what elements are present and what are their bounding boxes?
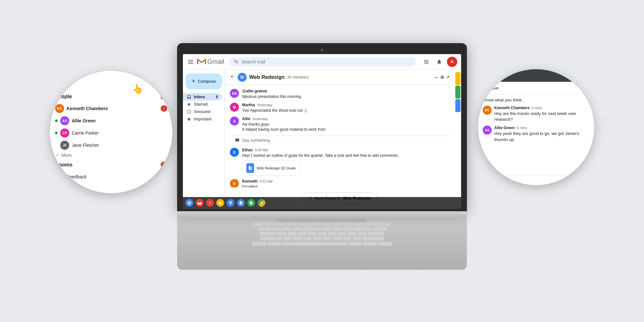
taskbar-docs[interactable] bbox=[237, 199, 245, 207]
message-text: ExcellentI'll review when I get a chance… bbox=[242, 184, 450, 187]
message-sender-name: Allie Green bbox=[494, 126, 515, 130]
inbox-label: Inbox bbox=[194, 94, 205, 99]
zoom-message-item: KC Kenneth Chambers 5 mins Hey are the m… bbox=[483, 106, 590, 122]
expand-button[interactable]: ⊞ bbox=[440, 75, 444, 80]
gmail-app: Gmail bbox=[183, 54, 461, 209]
table-row: AG @allie greene fabulous presentation t… bbox=[230, 89, 450, 99]
message-timestamp: 5 mins bbox=[532, 106, 542, 110]
avatar: CP bbox=[60, 128, 69, 137]
zoom-circle-left: 👆 + People 1 KC Kenneth Chambers 1 AG Al… bbox=[50, 71, 172, 193]
list-item[interactable]: JF Jane Fletcher bbox=[55, 139, 167, 151]
avatar: KC bbox=[483, 106, 492, 115]
rooms-section-header: Rooms 3 bbox=[55, 162, 167, 168]
attachment-name: Web Redesign Q2 Goals bbox=[257, 166, 296, 170]
apps-button[interactable] bbox=[421, 56, 431, 67]
gmail-logo: Gmail bbox=[197, 58, 224, 65]
notification-button[interactable] bbox=[434, 56, 444, 67]
avatar: M bbox=[230, 103, 239, 112]
taskbar-sheets[interactable] bbox=[247, 199, 255, 207]
message-timestamp: 5 mins bbox=[516, 126, 527, 130]
online-indicator bbox=[55, 132, 58, 134]
message-time: Yesterday bbox=[252, 117, 268, 121]
laptop-screen: Gmail bbox=[183, 54, 461, 209]
more-button[interactable]: More bbox=[55, 151, 167, 159]
attachment-icon bbox=[246, 163, 254, 173]
sidebar-item-important[interactable]: Important bbox=[183, 115, 222, 123]
message-text: Hey! I started an outline of goals for t… bbox=[242, 153, 450, 158]
svg-point-10 bbox=[188, 202, 190, 204]
gmail-topbar: Gmail bbox=[183, 54, 461, 70]
sidebar-block-yellow bbox=[455, 72, 460, 85]
message-sender: Martha bbox=[242, 103, 255, 107]
zoom-right-panel: ● e Green — ⊞ ✕ Active ⋮ know what you t… bbox=[478, 69, 594, 185]
sidebar-block-green bbox=[455, 86, 460, 99]
message-text: Aw thanks guysIt helped having such good… bbox=[242, 122, 450, 133]
online-indicator bbox=[55, 119, 58, 122]
sidebar-item-starred[interactable]: Starred bbox=[183, 100, 222, 108]
taskbar-chrome[interactable] bbox=[185, 199, 193, 207]
laptop-keyboard bbox=[177, 218, 467, 270]
people-section-header: People 1 bbox=[55, 93, 167, 100]
back-button[interactable] bbox=[230, 74, 235, 80]
message-sender: @allie greene bbox=[242, 89, 267, 93]
chat-header-icons: — ⊞ ↗ bbox=[434, 75, 450, 80]
user-avatar[interactable]: A bbox=[447, 56, 457, 67]
screen-bezel: Gmail bbox=[177, 43, 467, 211]
cursor-icon: 👆 bbox=[132, 84, 143, 94]
laptop: Gmail bbox=[177, 43, 467, 270]
hamburger-button[interactable] bbox=[187, 58, 194, 65]
laptop-container: Gmail bbox=[177, 43, 467, 270]
compose-label: Compose bbox=[198, 79, 216, 84]
list-item[interactable]: AG Allie Green bbox=[55, 115, 167, 127]
offline-spacer bbox=[55, 144, 58, 147]
starred-label: Starred bbox=[194, 102, 208, 107]
message-sender: Ethan bbox=[242, 148, 253, 152]
minimize-button[interactable]: — bbox=[434, 75, 439, 80]
message-time: 9:22 AM bbox=[260, 179, 272, 183]
compose-button[interactable]: + Compose bbox=[185, 73, 222, 89]
taskbar-drive[interactable] bbox=[216, 199, 224, 207]
message-text: fabulous presentation this morning bbox=[242, 94, 450, 99]
chat-thread-title: Web Redesign bbox=[249, 74, 285, 80]
zoom-left-panel: People 1 KC Kenneth Chambers 1 AG Allie … bbox=[50, 71, 172, 193]
message-text: Yes! Appreciated the shout-outs too :) bbox=[242, 108, 450, 113]
taskbar bbox=[183, 197, 461, 209]
list-item[interactable]: CP Carrie Parker bbox=[55, 127, 167, 139]
message-sender-name: Kenneth Chambers bbox=[494, 106, 530, 110]
attachment-card[interactable]: Web Redesign Q2 Goals bbox=[242, 160, 300, 176]
taskbar-youtube[interactable] bbox=[206, 199, 214, 207]
camera bbox=[321, 49, 323, 52]
taskbar-maps[interactable] bbox=[227, 199, 234, 207]
avatar: AG bbox=[60, 116, 69, 125]
gmail-sidebar: + Compose Inbox 8 Starred bbox=[183, 70, 225, 209]
say-something-input[interactable]: Say something bbox=[230, 136, 450, 145]
person-badge: 1 bbox=[161, 105, 167, 112]
partial-message: know what you think. bbox=[483, 98, 590, 102]
table-row: K Kenneth 9:22 AM ExcellentI'll review w… bbox=[230, 179, 450, 187]
avatar: AG bbox=[483, 126, 492, 135]
chat-members-count: 34 members bbox=[287, 75, 309, 79]
person-name: Allie Green bbox=[72, 118, 96, 123]
message-sender: Allie bbox=[242, 117, 250, 121]
message-body: Hey are the mocks ready for next week us… bbox=[494, 111, 590, 122]
search-input[interactable] bbox=[242, 59, 412, 64]
zoom-messages-list: know what you think. KC Kenneth Chambers… bbox=[478, 94, 594, 175]
add-room-button[interactable]: + bbox=[155, 80, 159, 90]
sidebar-item-snoozed[interactable]: Snoozed bbox=[183, 108, 222, 115]
person-name: Jane Fletcher bbox=[72, 143, 99, 148]
right-sidebar-blocks bbox=[455, 70, 461, 209]
avatar: AG bbox=[230, 89, 239, 98]
message-sender: Kenneth bbox=[242, 179, 258, 184]
table-row: M Martha Yesterday Yes! Appreciated the … bbox=[230, 103, 450, 113]
list-item[interactable]: KC Kenneth Chambers 1 bbox=[55, 102, 167, 115]
taskbar-gmail[interactable] bbox=[196, 199, 204, 207]
zoom-message-item: AG Allie Green 5 mins Hey yeah they are … bbox=[483, 126, 590, 142]
taskbar-play[interactable] bbox=[258, 199, 265, 207]
search-bar[interactable] bbox=[229, 57, 416, 66]
sidebar-item-inbox[interactable]: Inbox 8 bbox=[183, 93, 222, 100]
avatar: KC bbox=[55, 104, 64, 113]
avatar: JF bbox=[60, 141, 69, 150]
sidebar-block-blue bbox=[455, 99, 460, 112]
important-label: Important bbox=[194, 117, 212, 121]
open-external-button[interactable]: ↗ bbox=[446, 75, 450, 80]
